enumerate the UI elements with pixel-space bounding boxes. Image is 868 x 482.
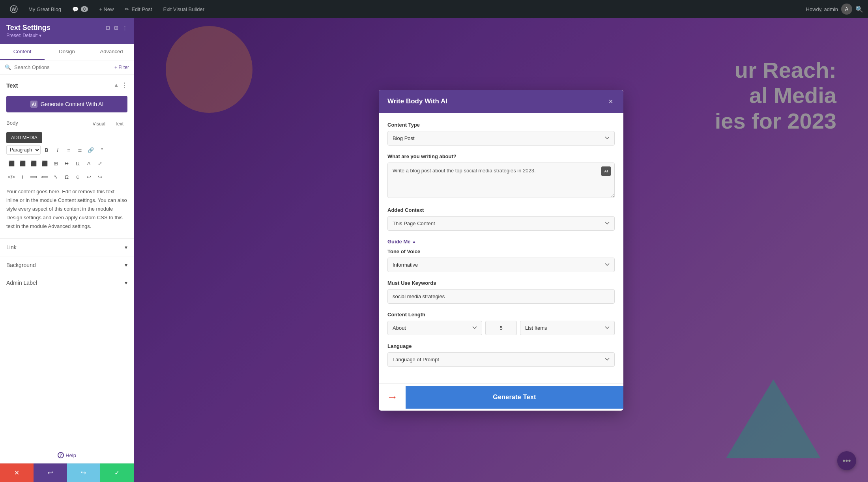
fullscreen-button[interactable]: ⤡ xyxy=(51,172,61,182)
text-color-button[interactable]: A xyxy=(84,158,94,168)
comments-item[interactable]: 💬 0 xyxy=(67,0,94,18)
content-type-select[interactable]: Blog Post Article Social Media Post Emai… xyxy=(387,131,615,146)
ordered-list-button[interactable]: ≣ xyxy=(75,145,85,155)
sidebar-more-icon[interactable]: ⋮ xyxy=(122,25,127,31)
redo-button[interactable]: ↪ xyxy=(67,463,101,482)
background-section[interactable]: Background ▾ xyxy=(0,256,134,274)
sidebar-icon-1[interactable]: ⊡ xyxy=(106,25,110,31)
align-right-button[interactable]: ⬛ xyxy=(28,158,39,168)
table-button[interactable]: ⊞ xyxy=(51,158,61,168)
align-left-button[interactable]: ⬛ xyxy=(6,158,17,168)
unordered-list-button[interactable]: ≡ xyxy=(64,145,74,155)
emoji-button[interactable]: ☺ xyxy=(73,172,83,182)
generate-content-button[interactable]: AI Generate Content With AI xyxy=(6,96,127,112)
chevron-up-icon[interactable]: ▲ xyxy=(113,82,119,89)
tone-of-voice-label: Tone of Voice xyxy=(387,248,615,254)
wp-logo-icon[interactable]: W xyxy=(5,0,23,18)
blockquote-button[interactable]: " xyxy=(97,145,107,155)
underline-button[interactable]: U xyxy=(73,158,83,168)
undo-editor-button[interactable]: ↩ xyxy=(84,172,94,182)
language-group: Language Language of Prompt English Span… xyxy=(387,343,615,367)
edit-post-item[interactable]: ✏ Edit Post xyxy=(119,0,157,18)
modal-body: Content Type Blog Post Article Social Me… xyxy=(379,113,623,383)
link-section-label: Link xyxy=(6,244,17,250)
add-media-button[interactable]: ADD MEDIA xyxy=(6,132,42,143)
toolbar-row-2: ⬛ ⬛ ⬛ ⬛ ⊞ S U A ⤢ xyxy=(6,157,127,170)
arrow-indicator: → xyxy=(379,384,406,411)
tab-text[interactable]: Text xyxy=(111,119,127,129)
help-link[interactable]: ? Help xyxy=(58,452,76,458)
bold-button[interactable]: B xyxy=(41,145,52,155)
new-item[interactable]: + New xyxy=(94,0,119,18)
cancel-button[interactable]: ✕ xyxy=(0,463,34,482)
sidebar-icon-2[interactable]: ⊞ xyxy=(114,25,118,31)
modal-title: Write Body With AI xyxy=(387,97,447,105)
keywords-group: Must Use Keywords xyxy=(387,280,615,304)
blog-name: My Great Blog xyxy=(28,6,61,12)
strikethrough-button[interactable]: S xyxy=(62,158,72,168)
italic2-button[interactable]: I xyxy=(17,172,28,182)
tone-of-voice-group: Tone of Voice Informative Casual Profess… xyxy=(387,248,615,272)
link-section[interactable]: Link ▾ xyxy=(0,238,134,256)
content-length-group: Content Length About Exactly At Least At… xyxy=(387,312,615,335)
background-chevron-icon: ▾ xyxy=(125,262,127,268)
admin-label-section[interactable]: Admin Label ▾ xyxy=(0,274,134,291)
preset-label[interactable]: Preset: Default ▾ xyxy=(6,33,127,38)
toolbar-row-1: Paragraph B I ≡ ≣ 🔗 " xyxy=(6,143,127,157)
tab-visual[interactable]: Visual xyxy=(89,119,109,129)
content-length-about-select[interactable]: About Exactly At Least At Most xyxy=(387,321,482,335)
writing-about-label: What are you writing about? xyxy=(387,153,615,159)
tab-content[interactable]: Content xyxy=(0,44,45,60)
guide-me-link[interactable]: Guide Me ▲ xyxy=(387,239,416,245)
howdy-text: Howdy, admin xyxy=(806,6,838,12)
indent-button[interactable]: ⟹ xyxy=(28,172,39,182)
background-section-label: Background xyxy=(6,262,36,268)
added-context-label: Added Context xyxy=(387,207,615,213)
guide-me-area: Guide Me ▲ xyxy=(387,239,615,248)
exit-builder-label: Exit Visual Builder xyxy=(163,6,204,12)
paragraph-select[interactable]: Paragraph xyxy=(6,145,41,155)
admin-label-section-label: Admin Label xyxy=(6,280,37,286)
writing-about-wrapper: Write a blog post about the top social m… xyxy=(387,163,615,199)
modal-footer: → Generate Text xyxy=(379,383,623,411)
filter-button[interactable]: + Filter xyxy=(114,65,129,70)
search-icon[interactable]: 🔍 xyxy=(855,6,863,13)
blog-name-item[interactable]: My Great Blog xyxy=(23,0,67,18)
expand-button[interactable]: ⤢ xyxy=(95,158,105,168)
align-justify-button[interactable]: ⬛ xyxy=(39,158,50,168)
pencil-icon: ✏ xyxy=(125,6,129,12)
generate-text-button[interactable]: Generate Text xyxy=(406,386,623,409)
text-section-label: Text xyxy=(6,82,18,89)
modal-close-button[interactable]: × xyxy=(607,97,615,106)
special-char-button[interactable]: Ω xyxy=(62,172,72,182)
writing-about-textarea[interactable]: Write a blog post about the top social m… xyxy=(387,163,615,198)
align-center-button[interactable]: ⬛ xyxy=(17,158,28,168)
source-button[interactable]: </> xyxy=(6,172,17,182)
modal-header: Write Body With AI × xyxy=(379,90,623,113)
section-more-icon[interactable]: ⋮ xyxy=(122,82,127,89)
main-layout: Text Settings ⊡ ⊞ ⋮ Preset: Default ▾ Co… xyxy=(0,18,868,482)
search-input[interactable] xyxy=(14,64,111,70)
added-context-group: Added Context This Page Content No Conte… xyxy=(387,207,615,231)
modal-overlay: Write Body With AI × Content Type Blog P… xyxy=(134,18,868,482)
keywords-input[interactable] xyxy=(387,289,615,304)
undo-button[interactable]: ↩ xyxy=(34,463,67,482)
tab-advanced[interactable]: Advanced xyxy=(89,44,134,60)
outdent-button[interactable]: ⟸ xyxy=(39,172,50,182)
exit-builder-item[interactable]: Exit Visual Builder xyxy=(157,0,210,18)
content-length-number-input[interactable] xyxy=(485,321,517,335)
tone-of-voice-select[interactable]: Informative Casual Professional Friendly… xyxy=(387,258,615,272)
language-select[interactable]: Language of Prompt English Spanish Frenc… xyxy=(387,352,615,367)
svg-text:W: W xyxy=(11,7,16,12)
tab-design[interactable]: Design xyxy=(45,44,89,60)
content-length-type-select[interactable]: List Items Paragraphs Sentences Words xyxy=(520,321,615,335)
save-button[interactable]: ✓ xyxy=(100,463,134,482)
redo-editor-button[interactable]: ↪ xyxy=(95,172,105,182)
link-button[interactable]: 🔗 xyxy=(86,145,96,155)
sidebar-footer: ? Help xyxy=(0,447,134,463)
sidebar-actions: ✕ ↩ ↪ ✓ xyxy=(0,463,134,482)
writing-about-group: What are you writing about? Write a blog… xyxy=(387,153,615,199)
added-context-select[interactable]: This Page Content No Context Custom xyxy=(387,216,615,231)
italic-button[interactable]: I xyxy=(52,145,63,155)
body-section: Body Visual Text ADD MEDIA Paragraph B I xyxy=(0,116,134,238)
